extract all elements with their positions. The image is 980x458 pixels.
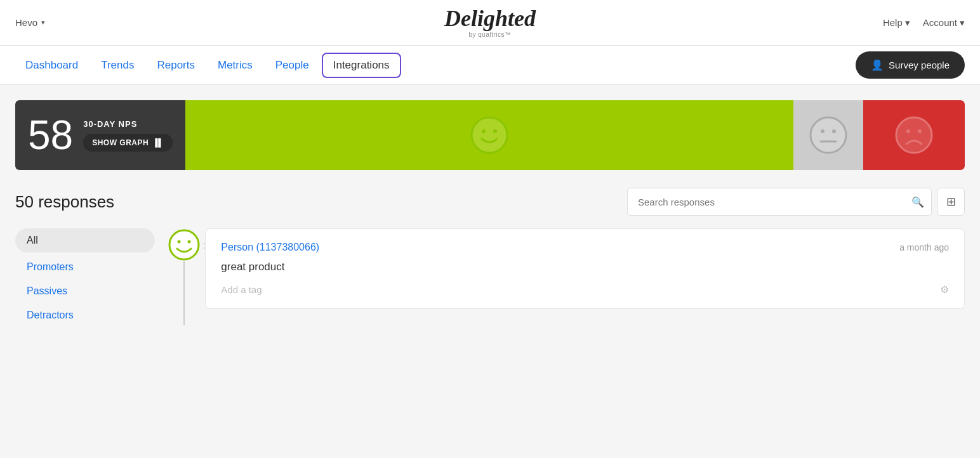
svg-point-1 — [482, 129, 486, 133]
logo: Delighted by qualtrics™ — [444, 7, 536, 38]
help-dropdown-icon: ▾ — [905, 17, 910, 29]
svg-point-5 — [832, 129, 836, 133]
survey-btn-label: Survey people — [889, 60, 950, 70]
logo-text: Delighted — [444, 7, 536, 30]
svg-point-8 — [906, 129, 910, 133]
help-menu[interactable]: Help ▾ — [883, 17, 910, 29]
search-icon-button[interactable]: 🔍 — [911, 196, 924, 208]
passive-emoji-bar — [793, 100, 863, 170]
help-label: Help — [883, 17, 903, 28]
svg-point-10 — [169, 230, 199, 259]
nav-links: Dashboard Trends Reports Metrics People … — [15, 53, 401, 78]
search-area: 🔍 ⊞ — [627, 188, 965, 216]
show-graph-label: SHOW GRAPH — [92, 138, 149, 147]
nav-integrations[interactable]: Integrations — [322, 53, 401, 78]
detractor-emoji-bar — [863, 100, 965, 170]
nav-dashboard[interactable]: Dashboard — [15, 54, 88, 77]
add-tag-row: Add a tag ⚙ — [221, 284, 949, 296]
happy-face-icon — [470, 116, 508, 154]
svg-point-2 — [493, 129, 497, 133]
gear-icon[interactable]: ⚙ — [940, 284, 949, 296]
brand-dropdown-icon[interactable]: ▾ — [41, 18, 45, 27]
responses-header: 50 responses 🔍 ⊞ — [15, 188, 965, 216]
survey-people-button[interactable]: 👤 Survey people — [856, 51, 965, 79]
nps-score: 58 — [28, 115, 73, 155]
logo-sub: by qualtrics™ — [468, 31, 511, 38]
header-right: Help ▾ Account ▾ — [883, 17, 965, 29]
svg-point-3 — [811, 117, 846, 153]
svg-point-9 — [918, 129, 922, 133]
sad-face-icon — [895, 116, 933, 154]
svg-point-0 — [472, 117, 507, 153]
grid-icon: ⊞ — [946, 195, 956, 209]
nav-bar: Dashboard Trends Reports Metrics People … — [0, 46, 980, 85]
search-icon: 🔍 — [911, 197, 924, 207]
account-menu[interactable]: Account ▾ — [923, 17, 965, 29]
account-dropdown-icon: ▾ — [960, 17, 965, 29]
add-tag-label[interactable]: Add a tag — [221, 284, 262, 295]
nps-right: 30-DAY NPS SHOW GRAPH ▐▌ — [83, 119, 173, 152]
response-text: great product — [221, 261, 949, 273]
account-label: Account — [923, 17, 957, 28]
svg-point-7 — [896, 117, 932, 153]
show-graph-button[interactable]: SHOW GRAPH ▐▌ — [83, 134, 173, 152]
person-icon: 👤 — [871, 59, 884, 71]
bar-chart-icon: ▐▌ — [152, 138, 164, 147]
top-header: Hevo ▾ Delighted by qualtrics™ Help ▾ Ac… — [0, 0, 980, 46]
promoter-emoji-bar — [185, 100, 793, 170]
nav-people[interactable]: People — [265, 54, 319, 77]
filter-detractors[interactable]: Detractors — [15, 303, 155, 327]
person-link[interactable]: Person (1137380066) — [221, 242, 319, 253]
brand-name[interactable]: Hevo — [15, 17, 37, 28]
filter-sidebar: All Promoters Passives Detractors — [15, 228, 155, 327]
table-row: › Person (1137380066) a month ago great … — [165, 228, 965, 325]
brand-area: Hevo ▾ — [15, 17, 45, 28]
response-card: Person (1137380066) a month ago great pr… — [205, 228, 965, 309]
response-card-header: Person (1137380066) a month ago — [221, 242, 949, 253]
responses-body: All Promoters Passives Detractors › — [15, 228, 965, 327]
main-content: 58 30-DAY NPS SHOW GRAPH ▐▌ — [0, 85, 980, 343]
search-input[interactable] — [627, 188, 932, 216]
grid-view-button[interactable]: ⊞ — [937, 188, 965, 216]
filter-all[interactable]: All — [15, 228, 155, 252]
filter-promoters[interactable]: Promoters — [15, 255, 155, 279]
svg-point-4 — [821, 129, 824, 133]
nps-row: 58 30-DAY NPS SHOW GRAPH ▐▌ — [15, 100, 965, 170]
nav-trends[interactable]: Trends — [91, 54, 144, 77]
search-input-wrap: 🔍 — [627, 188, 932, 216]
nps-label: 30-DAY NPS — [83, 119, 173, 129]
filter-passives[interactable]: Passives — [15, 279, 155, 303]
nps-box: 58 30-DAY NPS SHOW GRAPH ▐▌ — [15, 100, 185, 170]
response-timeline-line — [183, 261, 185, 325]
neutral-face-icon — [809, 116, 847, 154]
svg-point-11 — [178, 240, 181, 244]
responses-count: 50 responses — [15, 192, 114, 212]
response-list: › Person (1137380066) a month ago great … — [155, 228, 965, 325]
response-emoji-col — [165, 228, 203, 325]
svg-point-12 — [188, 240, 191, 244]
nav-reports[interactable]: Reports — [147, 54, 205, 77]
nav-metrics[interactable]: Metrics — [208, 54, 263, 77]
response-time: a month ago — [899, 242, 949, 252]
response-smiley-icon — [168, 228, 201, 261]
